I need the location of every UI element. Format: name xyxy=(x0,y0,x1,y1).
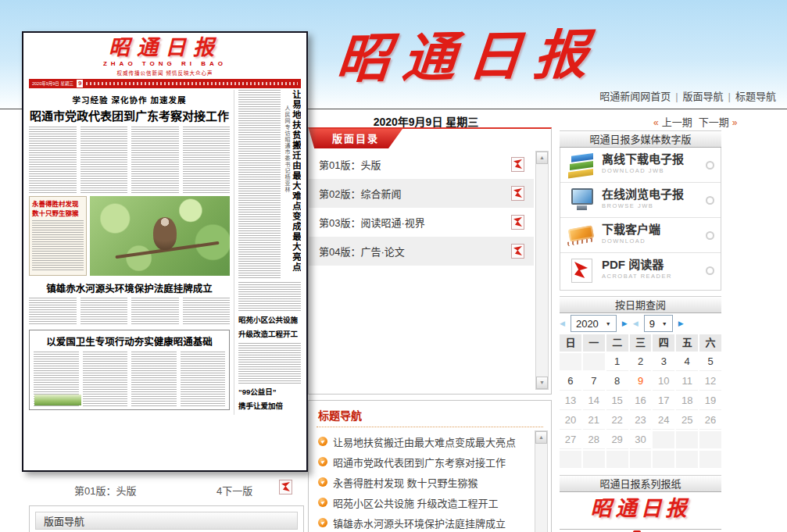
scroll-up-icon[interactable]: ▲ xyxy=(536,152,548,164)
calendar-day: 22 xyxy=(606,412,628,430)
media-item[interactable]: 在线浏览电子报BROWSE JWB xyxy=(560,182,721,217)
calendar-section-header: 按日期查阅 xyxy=(560,296,721,313)
next-month-icon[interactable]: ▶ xyxy=(678,320,684,327)
calendar-day: 26 xyxy=(699,412,721,430)
calendar-day[interactable]: 2 xyxy=(630,353,652,371)
prev-month-icon[interactable]: ◀ xyxy=(633,320,639,327)
calendar-day-header: 四 xyxy=(653,334,674,352)
media-item[interactable]: 离线下载电子报DOWNLOAD JWB xyxy=(560,148,721,182)
media-item[interactable]: 下载客户端DOWNLOAD xyxy=(560,217,721,252)
catalog-item[interactable]: 第04版：广告·论文 xyxy=(309,237,534,266)
front-page-thumbnail[interactable]: 昭通日报 ZHAO TONG RI BAO 权威传播公信新闻 倾情反映大众心声 … xyxy=(22,31,308,472)
preview-headline-health: 以爱国卫生专项行动夯实健康昭通基础 xyxy=(34,334,225,348)
circle-indicator-icon xyxy=(706,266,714,275)
issue-nav: «上一期下一期» xyxy=(653,114,737,129)
calendar-day[interactable]: 6 xyxy=(560,373,581,391)
calendar-empty-cell xyxy=(583,353,605,370)
calendar-day: 15 xyxy=(606,392,628,410)
catalog-item-label: 第04版：广告·论文 xyxy=(319,244,405,259)
nav-link-page-nav[interactable]: 版面导航 xyxy=(683,91,724,102)
next-issue-link[interactable]: 下一期 xyxy=(699,116,729,128)
books-icon xyxy=(567,149,596,180)
page: 昭通日报 昭通新闻网首页|版面导航|标题导航 2020年9月9日 星期三 «上一… xyxy=(0,0,787,532)
prev-issue-link[interactable]: 上一期 xyxy=(662,116,692,128)
title-nav-item[interactable]: 永善得胜村发现 数十只野生猕猴 xyxy=(318,472,531,492)
nav-link-title-nav[interactable]: 标题导航 xyxy=(735,91,776,102)
current-page-label: 第01版：头版 xyxy=(74,483,136,498)
media-list: 离线下载电子报DOWNLOAD JWB在线浏览电子报BROWSE JWB下载客户… xyxy=(560,148,721,291)
preview-monkey-bodytext xyxy=(32,220,84,272)
calendar-empty-cell xyxy=(653,451,674,468)
next-page-link[interactable]: 4下一版 xyxy=(216,483,252,498)
scroll-up-icon[interactable]: ▲ xyxy=(535,431,547,444)
catalog-item[interactable]: 第02版：综合新闻 xyxy=(309,179,534,208)
nav-link-home[interactable]: 昭通新闻网首页 xyxy=(599,91,671,102)
preview-vertical-article: 人民网专访昭通市委书记杨亚林 让易地扶贫搬迁由最大难点变成最大亮点 xyxy=(238,90,301,279)
title-nav-item[interactable]: 让易地扶贫搬迁由最大难点变成最大亮点 xyxy=(318,431,531,452)
year-select[interactable]: 2020▼ xyxy=(571,315,617,332)
preview-headline-charity-1: “99公益日” xyxy=(238,387,301,398)
next-year-icon[interactable]: ▶ xyxy=(622,320,628,327)
preview-masthead-slogan: 权威传播公信新闻 倾情反映大众心声 xyxy=(29,69,301,77)
calendar-day: 10 xyxy=(653,373,674,391)
calendar-day-header: 日 xyxy=(560,334,581,352)
calendar-day[interactable]: 8 xyxy=(606,373,628,391)
calendar-controls: ◀ 2020▼ ▶ ◀ 9▼ ▶ xyxy=(560,314,721,333)
media-item[interactable]: PDF 阅读器ACROBAT READER xyxy=(560,252,721,287)
year-value: 2020 xyxy=(576,318,599,330)
calendar-empty-cell xyxy=(630,451,652,468)
preview-issue-number: 9 xyxy=(77,80,83,87)
chevron-down-icon: ▼ xyxy=(606,321,611,327)
preview-bodytext xyxy=(29,298,230,326)
series-logo[interactable]: 昭通日报 xyxy=(560,491,721,527)
media-item-title: 离线下载电子报 xyxy=(602,153,684,165)
calendar-empty-cell xyxy=(560,353,581,370)
title-nav-item[interactable]: 昭通市党政代表团到广东考察对接工作 xyxy=(318,452,531,472)
preview-headline-monkey-2: 数十只野生猕猴 xyxy=(32,209,84,218)
title-nav-item[interactable]: 昭苑小区公共设施 升级改造工程开工 xyxy=(318,492,531,512)
calendar-grid: 日一二三四五六123456789101112131415161718192021… xyxy=(560,334,721,468)
calendar-day[interactable]: 3 xyxy=(653,353,674,371)
calendar-day: 16 xyxy=(630,392,652,410)
calendar-day: 25 xyxy=(676,412,698,430)
catalog-item[interactable]: 第01版：头版 xyxy=(309,150,534,179)
pdf-icon[interactable] xyxy=(511,186,524,201)
calendar-empty-cell xyxy=(653,431,674,448)
series-section-header: 昭通日报系列报纸 xyxy=(560,475,721,492)
preview-health-article: 以爱国卫生专项行动夯实健康昭通基础 xyxy=(29,330,230,410)
calendar-day: 29 xyxy=(606,431,628,449)
calendar-day[interactable]: 1 xyxy=(606,353,628,371)
media-item-subtitle: DOWNLOAD JWB xyxy=(602,165,684,177)
calendar-day: 19 xyxy=(699,392,721,410)
month-select[interactable]: 9▼ xyxy=(644,315,673,332)
preview-headline-main: 昭通市党政代表团到广东考察对接工作 xyxy=(29,107,230,123)
calendar-day[interactable]: 9 xyxy=(630,373,652,391)
prev-year-icon[interactable]: ◀ xyxy=(560,320,565,327)
catalog-scrollbar[interactable]: ▲ ▼ xyxy=(535,151,549,390)
calendar-day[interactable]: 5 xyxy=(699,353,721,371)
scroll-down-icon[interactable]: ▼ xyxy=(536,377,548,389)
calendar-day: 24 xyxy=(653,412,674,430)
pdf-icon[interactable] xyxy=(511,215,524,230)
preview-bodytext xyxy=(238,282,301,312)
pdf-icon[interactable] xyxy=(279,480,292,495)
title-nav-scrollbar[interactable]: ▲ xyxy=(535,430,548,532)
next-issue-arrow-icon: » xyxy=(732,117,738,128)
calendar-empty-cell xyxy=(699,451,721,468)
site-logo-text: 昭通日报 xyxy=(334,24,603,88)
calendar-day: 18 xyxy=(676,392,698,410)
media-item-title: 下载客户端 xyxy=(602,223,660,235)
calendar-day: 11 xyxy=(676,373,698,391)
title-nav-item[interactable]: 镇雄赤水河源头环境保护法庭挂牌成立 xyxy=(318,512,531,532)
pdf-icon[interactable] xyxy=(511,244,524,259)
calendar-day[interactable]: 4 xyxy=(676,353,698,371)
catalog-item[interactable]: 第03版：阅读昭通·视界 xyxy=(309,208,534,237)
chip-icon xyxy=(567,222,596,248)
pdf-icon[interactable] xyxy=(511,157,524,172)
calendar-empty-cell xyxy=(560,451,581,468)
preview-info-date: 2020年9月9日 星期三 xyxy=(32,80,73,87)
calendar-empty-cell xyxy=(606,451,628,468)
calendar-day[interactable]: 7 xyxy=(583,373,605,391)
preview-headline-vertical: 让易地扶贫搬迁由最大难点变成最大亮点 xyxy=(291,90,301,279)
title-nav: 标题导航 让易地扶贫搬迁由最大难点变成最大亮点昭通市党政代表团到广东考察对接工作… xyxy=(308,400,552,532)
